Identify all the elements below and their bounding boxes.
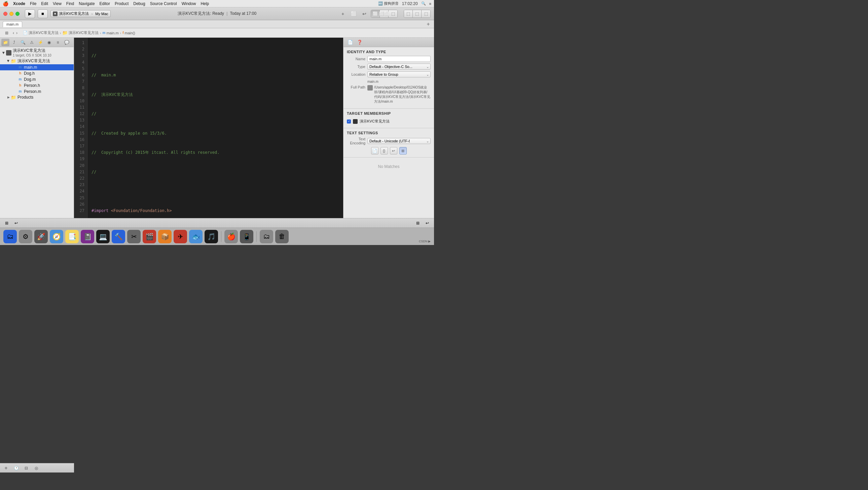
scheme-selector[interactable]: ■ 演示KVC常见方法 › My Mac bbox=[51, 10, 111, 17]
find-navigator-btn[interactable]: ⚠ bbox=[28, 39, 36, 46]
file-inspector-btn[interactable]: 📄 bbox=[346, 39, 354, 46]
version-editor-btn[interactable]: ⬚ bbox=[389, 10, 397, 18]
dock-separator bbox=[221, 231, 221, 242]
ts-icon-3[interactable]: ↩ bbox=[390, 147, 397, 154]
file-dog-h[interactable]: h Dog.h bbox=[0, 70, 74, 76]
assistant-editor-btn[interactable]: ⬜⬜ bbox=[380, 10, 389, 18]
dock-finder[interactable]: 🗂 bbox=[3, 230, 17, 243]
dock-safari[interactable]: 🧭 bbox=[50, 230, 63, 243]
dock-notes[interactable]: 📑 bbox=[65, 230, 79, 243]
ts-icon-4[interactable]: ⊞ bbox=[399, 147, 407, 154]
view-toggle[interactable]: ⊞ bbox=[3, 219, 11, 227]
dock-launchpad[interactable]: 🚀 bbox=[34, 230, 48, 243]
dock-onenote[interactable]: 📓 bbox=[81, 230, 94, 243]
menu-file[interactable]: File bbox=[30, 1, 36, 6]
menu-find[interactable]: Find bbox=[66, 1, 74, 6]
bottom-bar: ⊞ ↩ ⊞ ↩ bbox=[0, 218, 434, 227]
dock-trash[interactable]: 🗑 bbox=[275, 230, 289, 243]
dock-music[interactable]: 🎵 bbox=[205, 230, 218, 243]
help-btn[interactable]: ❓ bbox=[355, 39, 364, 46]
products-group[interactable]: ▶ 📁 Products bbox=[0, 95, 74, 100]
file-person-h[interactable]: h Person.h bbox=[0, 83, 74, 89]
toolbar-icon-2[interactable]: ↩ bbox=[360, 10, 369, 18]
name-input[interactable] bbox=[367, 56, 431, 62]
code-line-9: #import <Foundation/Foundation.h> bbox=[92, 208, 339, 214]
back-button[interactable]: ‹ bbox=[13, 31, 14, 35]
menu-window[interactable]: Window bbox=[182, 1, 196, 6]
dock-terminal[interactable]: 💻 bbox=[96, 230, 110, 243]
encoding-dropdown[interactable]: Default - Unicode (UTF-8) bbox=[367, 138, 431, 144]
name-label: Name bbox=[347, 57, 365, 61]
apple-menu-icon[interactable]: 🍎 bbox=[3, 1, 8, 6]
breadcrumb-file[interactable]: m main.m bbox=[103, 31, 119, 35]
hide-navigator-btn[interactable]: ⬚ bbox=[404, 10, 413, 18]
close-button[interactable] bbox=[3, 12, 7, 16]
target-checkbox[interactable]: ✓ bbox=[347, 120, 351, 123]
line-num-16: 16 bbox=[74, 136, 87, 143]
menu-editor[interactable]: Editor bbox=[100, 1, 110, 6]
breadcrumb-project[interactable]: 📄 演示KVC常见方法 bbox=[23, 30, 59, 35]
nav-breadcrumb-left: ⊞ ‹ › bbox=[3, 29, 18, 37]
view-options[interactable]: ↩ bbox=[12, 219, 20, 227]
nav-layout-btn[interactable]: ⊞ bbox=[3, 29, 11, 37]
dock-instruments[interactable]: 🍎 bbox=[224, 230, 238, 243]
breadcrumb-func[interactable]: f main() bbox=[122, 31, 135, 35]
dock-finder-2[interactable]: 🗂 bbox=[260, 230, 273, 243]
menu-product[interactable]: Product bbox=[115, 1, 128, 6]
line-num-2: 2 bbox=[74, 46, 87, 53]
dock-cyberduck[interactable]: 🐟 bbox=[189, 230, 203, 243]
file-navigator-btn[interactable]: 📁 bbox=[1, 39, 9, 46]
hide-inspector-btn[interactable]: ⬚ bbox=[422, 10, 430, 18]
dock-tools[interactable]: ✂ bbox=[127, 230, 141, 243]
project-root[interactable]: ▶ 演示KVC常见方法 1 target, OS X SDK 10.10 bbox=[0, 48, 74, 58]
bottom-icon-2[interactable]: ↩ bbox=[423, 219, 431, 227]
menu-view[interactable]: View bbox=[53, 1, 62, 6]
group-item[interactable]: ▶ 📁 演示KVC常见方法 bbox=[0, 58, 74, 64]
breakpoint-navigator-btn[interactable]: ≡ bbox=[54, 39, 62, 46]
file-person-m[interactable]: m Person.m bbox=[0, 89, 74, 95]
line-num-1: 1 bbox=[74, 40, 87, 46]
ts-icon-1[interactable]: 📄 bbox=[371, 147, 378, 154]
toolbar-icon-1[interactable]: ⬜ bbox=[349, 10, 358, 18]
project-icon bbox=[6, 50, 11, 56]
issue-navigator-btn[interactable]: ⚡ bbox=[36, 39, 44, 46]
tab-main-m[interactable]: main.m bbox=[3, 21, 22, 27]
breadcrumb-folder[interactable]: 📁 演示KVC常见方法 bbox=[62, 30, 99, 35]
bottom-icon-1[interactable]: ⊞ bbox=[414, 219, 422, 227]
menu-navigate[interactable]: Navigate bbox=[79, 1, 95, 6]
file-main-m[interactable]: m main.m bbox=[0, 64, 74, 70]
dock-xcode[interactable]: 🔨 bbox=[112, 230, 125, 243]
dock-media[interactable]: 🎬 bbox=[143, 230, 156, 243]
dock-filezilla[interactable]: ✈ bbox=[174, 230, 187, 243]
hide-debug-btn[interactable]: ⬚ bbox=[413, 10, 422, 18]
debug-navigator-btn[interactable]: ◉ bbox=[45, 39, 53, 46]
file-dog-m[interactable]: m Dog.m bbox=[0, 76, 74, 83]
maximize-button[interactable] bbox=[16, 12, 20, 16]
minimize-button[interactable] bbox=[9, 12, 13, 16]
source-control-btn[interactable]: ⤴ bbox=[10, 39, 18, 46]
dock-archive[interactable]: 📦 bbox=[158, 230, 172, 243]
location-dropdown[interactable]: Relative to Group bbox=[367, 71, 431, 78]
encoding-value: Default - Unicode (UTF-8) bbox=[369, 139, 410, 143]
stop-button[interactable]: ■ bbox=[38, 9, 48, 18]
standard-editor-btn[interactable]: ⬜ bbox=[371, 10, 380, 18]
menu-xcode[interactable]: Xcode bbox=[13, 1, 25, 6]
ts-icon-2[interactable]: {} bbox=[380, 147, 388, 154]
list-icon[interactable]: ≡ bbox=[429, 2, 431, 6]
add-tab-button[interactable]: + bbox=[425, 21, 431, 27]
type-dropdown[interactable]: Default - Objective-C So... bbox=[367, 64, 431, 70]
report-navigator-btn[interactable]: 💬 bbox=[63, 39, 71, 46]
add-button[interactable]: + bbox=[338, 10, 347, 18]
menu-debug[interactable]: Debug bbox=[133, 1, 145, 6]
menu-source-control[interactable]: Source Control bbox=[150, 1, 177, 6]
dock-preferences[interactable]: ⚙ bbox=[19, 230, 32, 243]
menu-help[interactable]: Help bbox=[200, 1, 209, 6]
run-button[interactable]: ▶ bbox=[25, 9, 35, 18]
code-editor[interactable]: 1 2 3 4 5 6 7 8 9 10 11 12 13 14 15 16 1… bbox=[74, 38, 343, 218]
menu-edit[interactable]: Edit bbox=[41, 1, 48, 6]
forward-button[interactable]: › bbox=[16, 31, 18, 35]
search-icon[interactable]: 🔍 bbox=[421, 1, 426, 6]
symbol-navigator-btn[interactable]: 🔍 bbox=[19, 39, 27, 46]
dock-simulator[interactable]: 📱 bbox=[240, 230, 253, 243]
code-content: 1 2 3 4 5 6 7 8 9 10 11 12 13 14 15 16 1… bbox=[74, 38, 343, 218]
